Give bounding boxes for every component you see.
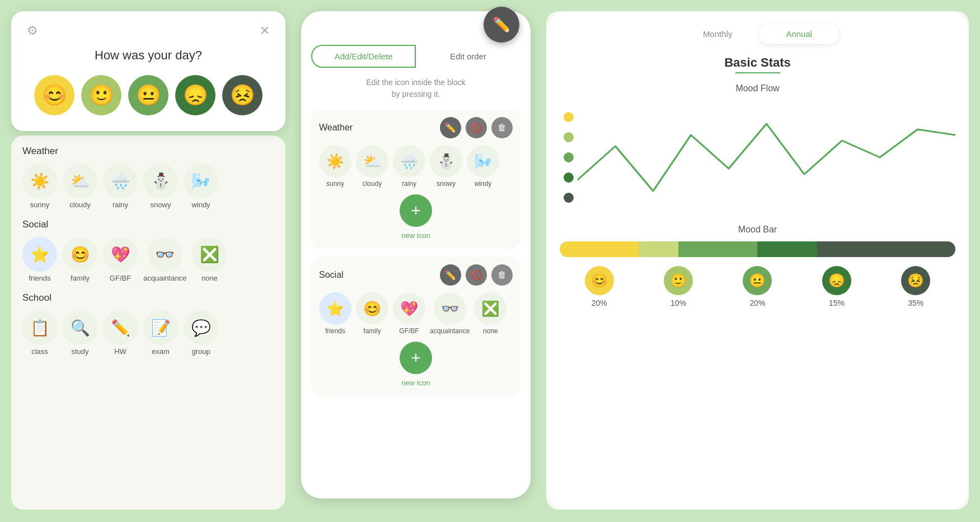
edit-acquaintance-icon: 👓 bbox=[434, 292, 466, 325]
icon-cloudy[interactable]: ⛅ cloudy bbox=[63, 164, 97, 209]
acquaintance-icon: 👓 bbox=[148, 237, 182, 272]
mood-great[interactable]: 😊 bbox=[34, 75, 74, 115]
stats-phone: Monthly Annual Basic Stats Mood Flow bbox=[546, 11, 969, 510]
mood-bar-title: Mood Bar bbox=[560, 225, 955, 235]
edit-gfbf-label: GF/BF bbox=[399, 327, 419, 335]
mood-good[interactable]: 🙂 bbox=[81, 75, 121, 115]
mood-percentage-row: 😊 20% 🙂 10% 😐 20% 😞 15% bbox=[560, 266, 955, 307]
add-social-icon-button[interactable]: + bbox=[400, 342, 432, 374]
legend-dot-terrible bbox=[564, 193, 574, 203]
gear-icon[interactable]: ⚙ bbox=[27, 24, 38, 38]
edit-acquaintance-label: acquaintance bbox=[430, 327, 470, 335]
main-container: ⚙ ✕ How was your day? 😊 🙂 😐 😞 😣 Weather … bbox=[0, 0, 980, 522]
dialog-title: How was your day? bbox=[27, 48, 270, 63]
edit-cloudy-icon: ⛅ bbox=[356, 145, 388, 178]
icon-snowy[interactable]: ⛄ snowy bbox=[143, 164, 178, 209]
pct-label-great: 20% bbox=[592, 299, 607, 307]
acquaintance-label: acquaintance bbox=[143, 274, 186, 282]
edit-sunny-icon: ☀️ bbox=[319, 145, 351, 178]
close-icon[interactable]: ✕ bbox=[260, 24, 270, 38]
class-label: class bbox=[31, 347, 48, 356]
icon-sunny[interactable]: ☀️ sunny bbox=[22, 164, 57, 209]
windy-icon: 🌬️ bbox=[184, 164, 218, 198]
weather-icons: ☀️ sunny ⛅ cloudy 🌧️ rainy ⛄ snowy bbox=[22, 164, 274, 209]
weather-title: Weather bbox=[22, 146, 274, 157]
icon-family[interactable]: 😊 family bbox=[63, 237, 97, 282]
add-weather-icon-button[interactable]: + bbox=[400, 194, 432, 227]
friends-label: friends bbox=[29, 274, 50, 282]
edit-icon-sunny[interactable]: ☀️ sunny bbox=[319, 145, 351, 188]
icon-friends[interactable]: ⭐ friends bbox=[22, 237, 57, 282]
icon-group[interactable]: 💬 group bbox=[184, 310, 218, 356]
school-icons: 📋 class 🔍 study ✏️ HW 📝 exam bbox=[22, 310, 274, 356]
edit-friends-label: friends bbox=[325, 327, 345, 335]
none-label: none bbox=[201, 274, 218, 282]
tabs-container: Add/Edit/Delete Edit order bbox=[311, 45, 521, 68]
icon-windy[interactable]: 🌬️ windy bbox=[184, 164, 218, 209]
school-section: School 📋 class 🔍 study ✏️ HW bbox=[22, 292, 274, 356]
hw-label: HW bbox=[114, 347, 126, 356]
none-icon: ❎ bbox=[192, 237, 227, 272]
pct-item-bad: 😞 15% bbox=[822, 266, 851, 307]
gfbf-label: GF/BF bbox=[110, 274, 131, 282]
edit-pencil-button[interactable]: ✏️ bbox=[440, 117, 461, 138]
pct-item-good: 🙂 10% bbox=[664, 266, 693, 307]
social-section: Social ⭐ friends 😊 family 💖 GF/BF bbox=[22, 219, 274, 282]
edit-delete-button[interactable]: 🗑 bbox=[491, 117, 513, 138]
edit-icon-rainy[interactable]: 🌧️ rainy bbox=[393, 145, 425, 188]
icon-rainy[interactable]: 🌧️ rainy bbox=[103, 164, 138, 209]
edit-rainy-label: rainy bbox=[402, 180, 416, 188]
edit-icon-windy[interactable]: 🌬️ windy bbox=[467, 145, 499, 188]
edit-icon-acquaintance[interactable]: 👓 acquaintance bbox=[430, 292, 470, 335]
edit-social-pencil-button[interactable]: ✏️ bbox=[440, 264, 461, 286]
legend-dot-good bbox=[564, 132, 574, 142]
tab-edit-order[interactable]: Edit order bbox=[416, 45, 521, 68]
edit-social-delete-button[interactable]: 🗑 bbox=[491, 264, 513, 286]
icon-acquaintance[interactable]: 👓 acquaintance bbox=[143, 237, 186, 282]
gfbf-icon: 💖 bbox=[103, 237, 138, 272]
edit-windy-icon: 🌬️ bbox=[467, 145, 499, 178]
edit-icon-snowy[interactable]: ⛄ snowy bbox=[430, 145, 462, 188]
pct-circle-great: 😊 bbox=[585, 266, 614, 295]
icon-gfbf[interactable]: 💖 GF/BF bbox=[103, 237, 138, 282]
bar-segment-great bbox=[560, 241, 639, 257]
new-social-icon-label: new icon bbox=[401, 379, 430, 387]
pct-circle-good: 🙂 bbox=[664, 266, 693, 295]
mood-bar-track bbox=[560, 241, 955, 257]
edit-icon-gfbf[interactable]: 💖 GF/BF bbox=[393, 292, 425, 335]
edit-fab-button[interactable]: ✏️ bbox=[484, 7, 519, 43]
tab-monthly[interactable]: Monthly bbox=[676, 24, 759, 44]
edit-social-title: Social bbox=[319, 270, 344, 280]
tab-add-edit-delete[interactable]: Add/Edit/Delete bbox=[311, 45, 416, 68]
tab-annual[interactable]: Annual bbox=[759, 24, 839, 44]
mood-terrible[interactable]: 😣 bbox=[222, 75, 262, 115]
edit-hide-button[interactable]: 🚫 bbox=[466, 117, 487, 138]
mood-flow-svg bbox=[578, 101, 955, 213]
mood-flow-title: Mood Flow bbox=[560, 83, 955, 94]
edit-icon-family[interactable]: 😊 family bbox=[356, 292, 388, 335]
mood-bad[interactable]: 😞 bbox=[175, 75, 215, 115]
icon-study[interactable]: 🔍 study bbox=[63, 310, 97, 356]
edit-weather-title: Weather bbox=[319, 123, 353, 133]
edit-icon-cloudy[interactable]: ⛅ cloudy bbox=[356, 145, 388, 188]
edit-weather-section: Weather ✏️ 🚫 🗑 ☀️ sunny ⛅ bbox=[311, 109, 521, 249]
phone-frame: ✕ Add/Edit/Delete Edit order Edit the ic… bbox=[301, 11, 531, 498]
edit-family-icon: 😊 bbox=[356, 292, 388, 325]
edit-cloudy-label: cloudy bbox=[363, 180, 382, 188]
edit-social-hide-button[interactable]: 🚫 bbox=[466, 264, 487, 286]
icon-none[interactable]: ❎ none bbox=[192, 237, 227, 282]
edit-icon-friends[interactable]: ⭐ friends bbox=[319, 292, 351, 335]
mood-neutral[interactable]: 😐 bbox=[128, 75, 168, 115]
stats-underline bbox=[735, 72, 780, 73]
icon-hw[interactable]: ✏️ HW bbox=[103, 310, 138, 356]
rainy-icon: 🌧️ bbox=[103, 164, 138, 198]
icon-class[interactable]: 📋 class bbox=[22, 310, 57, 356]
legend-dot-great bbox=[564, 112, 574, 122]
edit-family-label: family bbox=[363, 327, 381, 335]
basic-stats-title: Basic Stats bbox=[560, 55, 955, 70]
edit-icon-none[interactable]: ❎ none bbox=[474, 292, 507, 335]
icon-exam[interactable]: 📝 exam bbox=[143, 310, 178, 356]
edit-windy-label: windy bbox=[475, 180, 492, 188]
edit-gfbf-icon: 💖 bbox=[393, 292, 425, 325]
categories-panel: Weather ☀️ sunny ⛅ cloudy 🌧️ rainy bbox=[11, 136, 285, 510]
